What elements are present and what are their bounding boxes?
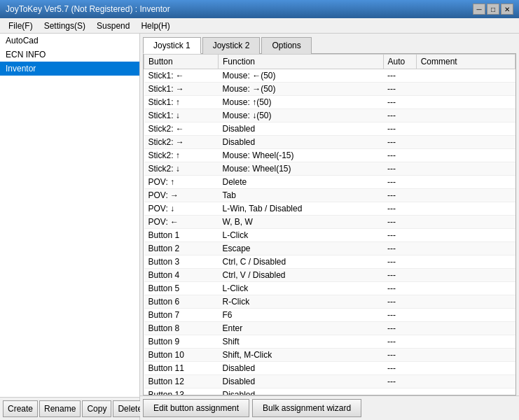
cell-function: Shift, M-Click: [219, 349, 384, 362]
cell-function: L-Click: [219, 229, 384, 242]
table-scroll[interactable]: Button Function Auto Comment Stick1: ← M…: [144, 54, 515, 395]
close-button[interactable]: ✕: [501, 4, 513, 15]
profile-item-autocad[interactable]: AutoCad: [0, 34, 139, 48]
cell-comment: [416, 122, 515, 136]
cell-auto: ---: [383, 335, 416, 349]
table-row[interactable]: Button 4 Ctrl, V / Disabled ---: [144, 269, 515, 282]
cell-button: Button 1: [144, 229, 219, 242]
profile-item-ecn-info[interactable]: ECN INFO: [0, 48, 139, 62]
cell-button: Button 8: [144, 322, 219, 335]
table-row[interactable]: Button 12 Disabled ---: [144, 375, 515, 388]
edit-button-assignment-button[interactable]: Edit button assignment: [143, 399, 249, 417]
menu-file[interactable]: File(F): [3, 20, 39, 31]
cell-auto: ---: [383, 309, 416, 322]
bulk-assignment-wizard-button[interactable]: Bulk assignment wizard: [252, 399, 361, 417]
cell-function: Disabled: [219, 362, 384, 375]
table-row[interactable]: Button 13 Disabled ---: [144, 388, 515, 396]
title-text: JoyToKey Ver5.7 (Not Registered) : Inven…: [6, 4, 170, 14]
tab-joystick2[interactable]: Joystick 2: [202, 37, 261, 54]
cell-function: L-Click: [219, 282, 384, 295]
table-row[interactable]: Button 5 L-Click ---: [144, 282, 515, 295]
cell-auto: ---: [383, 322, 416, 335]
cell-button: Button 9: [144, 335, 219, 349]
tab-options[interactable]: Options: [261, 37, 311, 54]
cell-comment: [416, 109, 515, 122]
maximize-button[interactable]: □: [487, 4, 499, 15]
main-layout: AutoCadECN INFOInventor Create Rename Co…: [0, 34, 519, 420]
table-row[interactable]: Stick2: → Disabled ---: [144, 136, 515, 149]
cell-function: Ctrl, V / Disabled: [219, 269, 384, 282]
cell-auto: ---: [383, 162, 416, 176]
cell-button: Button 3: [144, 255, 219, 269]
cell-comment: [416, 162, 515, 176]
table-row[interactable]: POV: → Tab ---: [144, 189, 515, 202]
cell-comment: [416, 149, 515, 162]
table-row[interactable]: Stick2: ↓ Mouse: Wheel(15) ---: [144, 162, 515, 176]
table-row[interactable]: Button 11 Disabled ---: [144, 362, 515, 375]
cell-comment: [416, 295, 515, 309]
cell-button: Button 4: [144, 269, 219, 282]
cell-button: Stick1: ↑: [144, 96, 219, 109]
cell-auto: ---: [383, 83, 416, 96]
tabs-bar: Joystick 1 Joystick 2 Options: [140, 34, 519, 53]
create-button[interactable]: Create: [3, 400, 38, 417]
table-row[interactable]: Button 6 R-Click ---: [144, 295, 515, 309]
cell-button: Button 10: [144, 349, 219, 362]
table-row[interactable]: Button 3 Ctrl, C / Disabled ---: [144, 255, 515, 269]
cell-comment: [416, 362, 515, 375]
table-row[interactable]: Stick1: → Mouse: →(50) ---: [144, 83, 515, 96]
table-row[interactable]: Stick1: ← Mouse: ←(50) ---: [144, 69, 515, 83]
table-header-row: Button Function Auto Comment: [144, 55, 515, 69]
cell-button: Button 5: [144, 282, 219, 295]
table-row[interactable]: Button 8 Enter ---: [144, 322, 515, 335]
table-row[interactable]: Button 1 L-Click ---: [144, 229, 515, 242]
tab-joystick1[interactable]: Joystick 1: [143, 37, 201, 54]
cell-function: Shift: [219, 335, 384, 349]
cell-function: Disabled: [219, 136, 384, 149]
cell-button: Stick1: ←: [144, 69, 219, 83]
cell-function: Disabled: [219, 388, 384, 396]
table-row[interactable]: POV: ↓ L-Win, Tab / Disabled ---: [144, 202, 515, 216]
menu-settings[interactable]: Settings(S): [39, 20, 91, 31]
cell-auto: ---: [383, 122, 416, 136]
table-row[interactable]: POV: ↑ Delete ---: [144, 176, 515, 189]
menu-help[interactable]: Help(H): [135, 20, 175, 31]
table-row[interactable]: Button 7 F6 ---: [144, 309, 515, 322]
header-auto: Auto: [383, 55, 416, 69]
table-row[interactable]: Button 2 Escape ---: [144, 242, 515, 255]
cell-auto: ---: [383, 295, 416, 309]
cell-button: Stick1: →: [144, 83, 219, 96]
cell-function: Enter: [219, 322, 384, 335]
cell-button: Stick2: →: [144, 136, 219, 149]
table-row[interactable]: Stick1: ↓ Mouse: ↓(50) ---: [144, 109, 515, 122]
table-row[interactable]: Button 9 Shift ---: [144, 335, 515, 349]
cell-function: Delete: [219, 176, 384, 189]
cell-function: Mouse: ↑(50): [219, 96, 384, 109]
table-row[interactable]: Stick2: ← Disabled ---: [144, 122, 515, 136]
button-table-container: Button Function Auto Comment Stick1: ← M…: [143, 53, 516, 396]
cell-comment: [416, 136, 515, 149]
menu-suspend[interactable]: Suspend: [91, 20, 135, 31]
cell-comment: [416, 255, 515, 269]
cell-function: Mouse: →(50): [219, 83, 384, 96]
cell-function: Escape: [219, 242, 384, 255]
cell-function: Mouse: Wheel(-15): [219, 149, 384, 162]
cell-comment: [416, 202, 515, 216]
profile-item-inventor[interactable]: Inventor: [0, 62, 139, 76]
cell-auto: ---: [383, 202, 416, 216]
cell-auto: ---: [383, 176, 416, 189]
rename-button[interactable]: Rename: [39, 400, 81, 417]
table-row[interactable]: Stick2: ↑ Mouse: Wheel(-15) ---: [144, 149, 515, 162]
cell-button: POV: ↑: [144, 176, 219, 189]
copy-button[interactable]: Copy: [82, 400, 111, 417]
cell-button: Stick2: ↑: [144, 149, 219, 162]
cell-auto: ---: [383, 255, 416, 269]
table-row[interactable]: Button 10 Shift, M-Click ---: [144, 349, 515, 362]
table-row[interactable]: POV: ← W, B, W ---: [144, 216, 515, 229]
cell-function: Disabled: [219, 375, 384, 388]
cell-comment: [416, 176, 515, 189]
cell-comment: [416, 282, 515, 295]
cell-button: Button 2: [144, 242, 219, 255]
table-row[interactable]: Stick1: ↑ Mouse: ↑(50) ---: [144, 96, 515, 109]
minimize-button[interactable]: ─: [473, 4, 485, 15]
